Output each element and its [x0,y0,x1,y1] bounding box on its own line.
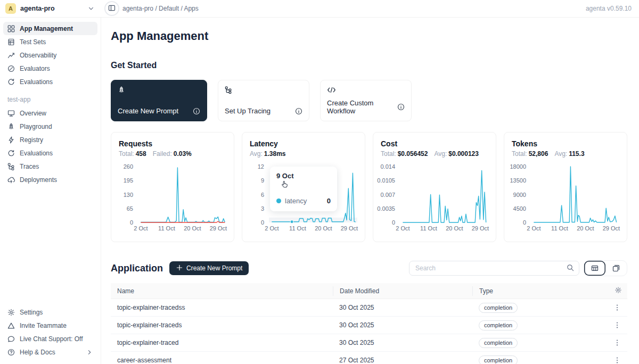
sidebar-item-overview[interactable]: Overview [3,106,97,120]
info-icon[interactable] [295,107,302,115]
sidebar-item-playground[interactable]: Playground [3,120,97,133]
table-row[interactable]: career-assessment27 Oct 2025completion [111,352,627,364]
view-toggle [584,260,627,276]
tooltip-series-label: latency [285,197,307,205]
sidebar-item-label: App Management [20,25,73,32]
card-label: Create New Prompt [118,107,178,115]
column-settings-icon[interactable] [615,287,622,295]
card-label: Create Custom Workflow [327,99,397,115]
sidebar-main-nav: App ManagementTest SetsObservabilityEval… [3,22,97,88]
breadcrumb[interactable]: agenta-pro / Default / Apps [122,5,199,12]
y-tick-label: 195 [124,177,133,184]
sidebar-item-app-management[interactable]: App Management [3,22,97,35]
sidebar-item-label: Live Chat Support: Off [20,335,83,343]
x-tick-label: 2 Oct [527,225,540,231]
sidebar-item-evaluations[interactable]: Evaluations [3,146,97,160]
workspace-selector[interactable]: A agenta-pro [0,3,101,14]
app-date-modified: 30 Oct 2025 [333,339,472,346]
sidebar-item-label: Evaluations [20,78,53,86]
row-menu-button[interactable] [612,303,622,312]
workspace-avatar: A [5,3,16,14]
app-type: completion [472,320,586,330]
card-view-button[interactable] [605,261,627,276]
x-tick-label: 20 Oct [446,225,463,231]
info-icon[interactable] [397,103,405,111]
table-row[interactable]: topic-explainer-traceds30 Oct 2025comple… [111,317,627,334]
y-tick-label: 18000 [510,163,526,170]
y-tick-label: 0 [392,219,395,226]
series-dot [276,198,281,203]
sidebar-item-settings[interactable]: Settings [3,305,97,319]
workspace-name: agenta-pro [20,5,83,12]
sidebar-item-label: Observability [20,52,56,59]
y-tick-label: 6 [261,192,264,198]
table-row[interactable]: topic-explainer-traced30 Oct 2025complet… [111,334,627,352]
grid-icon [7,25,15,32]
chevron-down-icon [87,5,95,12]
tooltip-date: 9 Oct [276,172,331,180]
app-name[interactable]: topic-explainer-tracedss [111,304,333,311]
sidebar-item-live-chat-support-off[interactable]: Live Chat Support: Off [3,332,97,345]
app-name[interactable]: topic-explainer-traceds [111,321,333,329]
x-tick-label: 29 Oct [603,225,620,231]
x-tick-label: 29 Oct [472,225,489,231]
sidebar-item-label: Deployments [20,176,57,184]
application-heading: Application [111,263,163,274]
cost-plot[interactable] [400,164,488,224]
panel-left-icon [108,4,116,13]
monitor-icon [7,110,15,117]
chart-title: Latency [250,139,357,148]
app-version: agenta v0.59.10 [586,5,639,12]
sidebar-item-deployments[interactable]: Deployments [3,173,97,186]
observability-icon [7,52,15,59]
sidebar-item-traces[interactable]: Traces [3,160,97,173]
type-badge: completion [479,338,518,348]
y-tick-label: 4500 [513,205,526,212]
search-box[interactable] [409,261,579,276]
x-axis: 2 Oct11 Oct20 Oct29 Oct [138,224,226,231]
create-new-prompt-button[interactable]: Create New Prompt [169,261,249,275]
app-name[interactable]: topic-explainer-traced [111,339,333,346]
y-tick-label: 0.0035 [377,205,395,212]
sidebar-item-test-sets[interactable]: Test Sets [3,35,97,48]
app-name[interactable]: career-assessment [111,357,333,364]
sidebar-item-help-docs[interactable]: Help & Docs [3,345,97,359]
y-tick-label: 65 [127,205,133,212]
get-started-cards: Create New Prompt Set Up Tracing Create … [111,80,627,121]
info-icon[interactable] [193,107,200,115]
search-icon[interactable] [567,264,574,273]
x-tick-label: 29 Oct [341,225,358,231]
traces-icon [7,163,15,170]
sidebar-item-label: Settings [20,309,43,316]
column-header-name[interactable]: Name [111,286,333,296]
row-menu-button[interactable] [612,320,622,330]
sidebar-item-evaluations[interactable]: Evaluations [3,75,97,88]
sidebar-item-observability[interactable]: Observability [3,48,97,62]
create-new-prompt-card[interactable]: Create New Prompt [111,80,207,121]
gear-icon [7,309,15,316]
tokens-plot[interactable] [531,164,619,224]
column-header-date-modified[interactable]: Date Modified [333,286,472,296]
column-header-type[interactable]: Type [472,286,586,296]
table-body: topic-explainer-tracedss30 Oct 2025compl… [111,299,627,364]
sidebar-item-invite-teammate[interactable]: Invite Teammate [3,319,97,332]
sidebar-toggle-button[interactable] [104,1,119,16]
sidebar: App ManagementTest SetsObservabilityEval… [0,18,101,364]
create-custom-workflow-card[interactable]: Create Custom Workflow [320,80,412,121]
set-up-tracing-card[interactable]: Set Up Tracing [218,80,309,121]
app-type: completion [472,355,586,364]
sidebar-item-evaluators[interactable]: Evaluators [3,62,97,75]
chart-tooltip: 9 Oct latency 0 [270,167,337,211]
table-view-button[interactable] [584,261,605,276]
requests-plot[interactable] [138,164,226,224]
x-tick-label: 11 Oct [158,225,175,231]
sidebar-item-registry[interactable]: Registry [3,133,97,146]
row-menu-button[interactable] [612,338,622,348]
table-row[interactable]: topic-explainer-tracedss30 Oct 2025compl… [111,299,627,317]
row-menu-button[interactable] [612,355,622,364]
chart-stats: Avg:1.38ms [250,150,357,158]
x-tick-label: 11 Oct [420,225,437,231]
y-tick-label: 9 [261,177,264,184]
search-input[interactable] [415,264,567,272]
sidebar-item-label: Evaluators [20,65,50,72]
